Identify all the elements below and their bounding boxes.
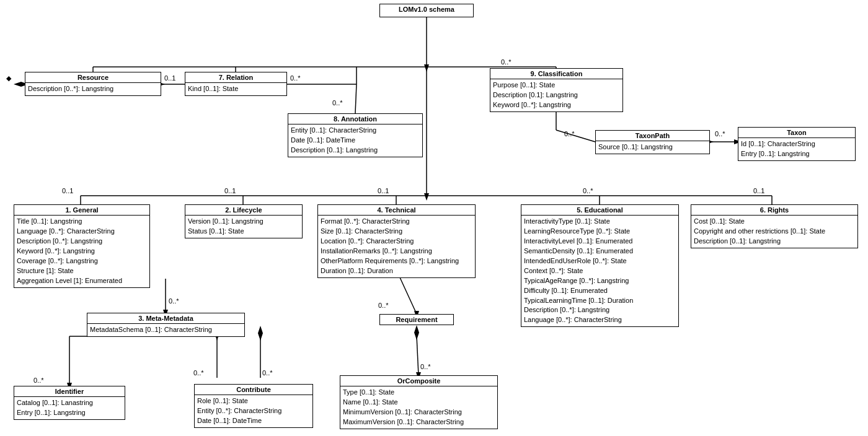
resource-box: Resource Description [0..*]: Langstring (25, 72, 161, 96)
orcomposite-field-1: Name [0..1]: State (343, 398, 495, 408)
svg-text:0..1: 0..1 (62, 187, 73, 194)
general-title: 1. General (14, 205, 149, 216)
relation-title: 7. Relation (185, 72, 286, 83)
educational-field-6: TypicalAgeRange [0..*]: Langstring (524, 276, 676, 286)
svg-line-16 (355, 84, 356, 113)
svg-text:0..1: 0..1 (224, 187, 236, 194)
technical-box: 4. Technical Format [0..*]: CharacterStr… (317, 204, 476, 278)
educational-title: 5. Educational (521, 205, 678, 216)
lifecycle-field-0: Version [0..1]: Langstring (188, 217, 299, 227)
annotation-title: 8. Annotation (288, 114, 422, 124)
technical-field-2: Location [0..*]: CharacterString (321, 237, 472, 246)
general-body: Title [0..1]: Langstring Language [0..*]… (14, 216, 149, 287)
educational-field-3: SemanticDensity [0..1]: Enumerated (524, 246, 676, 256)
svg-text:0..*: 0..* (169, 297, 179, 305)
general-field-1: Language [0..*]: CharacterString (17, 227, 147, 237)
rights-field-2: Description [0..1]: Langstring (694, 237, 855, 246)
educational-body: InteractivityType [0..1]: State Learning… (521, 216, 678, 326)
classification-body: Purpose [0..1]: State Description [0.1]:… (490, 79, 622, 111)
metameta-body: MetadataSchema [0..1]: CharacterString (87, 324, 244, 336)
svg-marker-6 (424, 64, 429, 72)
taxonpath-field-0: Source [0..1]: Langstring (598, 142, 707, 152)
identifier-field-0: Catalog [0..1]: Lanastring (17, 398, 122, 408)
rights-field-1: Copyright and other restrictions [0..1]:… (694, 227, 855, 237)
educational-field-1: LearningResourceType [0..*]: State (524, 227, 676, 237)
annotation-body: Entity [0..1]: CharacterString Date [0..… (288, 124, 422, 157)
educational-field-4: IntendedEndUserRole [0..*]: State (524, 256, 676, 266)
rights-field-0: Cost [0..1]: State (694, 217, 855, 227)
rights-box: 6. Rights Cost [0..1]: State Copyright a… (691, 204, 858, 248)
svg-text:0..*: 0..* (564, 130, 575, 137)
general-field-2: Description [0..*]: Langstring (17, 237, 147, 246)
classification-field-1: Description [0.1]: Langstring (493, 90, 620, 100)
svg-line-43 (417, 336, 418, 375)
lifecycle-body: Version [0..1]: Langstring Status [0..1]… (185, 216, 302, 238)
svg-text:0..1: 0..1 (378, 187, 389, 194)
identifier-box: Identifier Catalog [0..1]: Lanastring En… (14, 386, 125, 420)
contribute-field-0: Role [0..1]: State (197, 396, 310, 406)
root-box: LOMv1.0 schema (379, 4, 474, 17)
svg-text:0..*: 0..* (193, 369, 204, 377)
educational-field-0: InteractivityType [0..1]: State (524, 217, 676, 227)
svg-text:◆: ◆ (6, 74, 12, 82)
taxon-field-0: Id [0..1]: CharacterString (741, 139, 852, 149)
svg-text:0..1: 0..1 (753, 187, 764, 194)
educational-field-5: Context [0..*]: State (524, 266, 676, 276)
identifier-body: Catalog [0..1]: Lanastring Entry [0..1]:… (14, 397, 125, 419)
educational-field-8: TypicalLearningTime [0..1]: Duration (524, 296, 676, 306)
classification-field-2: Keyword [0..*]: Langstring (493, 100, 620, 110)
taxonpath-body: Source [0..1]: Langstring (596, 141, 709, 154)
general-field-6: Aggregation Level [1]: Enumerated (17, 276, 147, 286)
annotation-field-1: Date [0..1]: DateTime (291, 136, 420, 146)
svg-text:0..1: 0..1 (164, 74, 175, 82)
svg-marker-45 (414, 325, 419, 340)
identifier-title: Identifier (14, 386, 125, 397)
annotation-field-2: Description [0..1]: Langstring (291, 146, 420, 155)
taxonpath-title: TaxonPath (596, 131, 709, 141)
educational-field-9: Description [0..*]: Langstring (524, 305, 676, 315)
svg-text:0..*: 0..* (420, 363, 431, 370)
taxonpath-box: TaxonPath Source [0..1]: Langstring (595, 130, 710, 154)
relation-body: Kind [0..1]: State (185, 83, 286, 95)
orcomposite-field-3: MaximumVersion [0..1]: CharacterString (343, 417, 495, 427)
svg-text:0..*: 0..* (715, 130, 725, 137)
orcomposite-body: Type [0..1]: State Name [0..1]: State Mi… (340, 386, 497, 429)
resource-body: Description [0..*]: Langstring (25, 83, 161, 95)
svg-text:0..*: 0..* (290, 74, 301, 82)
orcomposite-field-0: Type [0..1]: State (343, 388, 495, 398)
technical-field-5: Duration [0..1]: Duration (321, 266, 472, 276)
annotation-field-0: Entity [0..1]: CharacterString (291, 126, 420, 136)
contribute-box: Contribute Role [0..1]: State Entity [0.… (194, 384, 313, 428)
orcomposite-box: OrComposite Type [0..1]: State Name [0..… (340, 375, 498, 429)
general-field-0: Title [0..1]: Langstring (17, 217, 147, 227)
technical-body: Format [0..*]: CharacterString Size [0..… (318, 216, 475, 277)
contribute-body: Role [0..1]: State Entity [0..*]: Charac… (195, 395, 312, 427)
taxon-box: Taxon Id [0..1]: CharacterString Entry [… (738, 127, 856, 161)
rights-body: Cost [0..1]: State Copyright and other r… (691, 216, 857, 248)
contribute-title: Contribute (195, 385, 312, 395)
technical-field-4: OtherPlatform Requirements [0..*]: Langs… (321, 256, 472, 266)
contribute-field-2: Date [0..1]: DateTime (197, 416, 310, 426)
lifecycle-title: 2. Lifecycle (185, 205, 302, 216)
classification-field-0: Purpose [0..1]: State (493, 81, 620, 90)
technical-title: 4. Technical (318, 205, 475, 216)
technical-field-3: InstallationRemarks [0..*]: Langstring (321, 246, 472, 256)
general-box: 1. General Title [0..1]: Langstring Lang… (14, 204, 150, 288)
lifecycle-field-1: Status [0..1]: State (188, 227, 299, 237)
annotation-box: 8. Annotation Entity [0..1]: CharacterSt… (288, 113, 423, 157)
metameta-box: 3. Meta-Metadata MetadataSchema [0..1]: … (87, 313, 245, 337)
classification-title: 9. Classification (490, 69, 622, 79)
requirement-title: Requirement (380, 315, 453, 325)
contribute-field-1: Entity [0..*]: CharacterString (197, 406, 310, 416)
requirement-box: Requirement (379, 314, 454, 325)
taxon-body: Id [0..1]: CharacterString Entry [0..1]:… (738, 138, 855, 160)
rights-title: 6. Rights (691, 205, 857, 216)
svg-line-18 (556, 130, 595, 142)
relation-box: 7. Relation Kind [0..1]: State (185, 72, 287, 96)
identifier-field-1: Entry [0..1]: Langstring (17, 408, 122, 418)
orcomposite-field-2: MinimumVersion [0..1]: CharacterString (343, 408, 495, 417)
diagram-container: 0..1 0..* 0..* 0..* 0..* 0..* 0..1 0..1 … (0, 0, 868, 436)
classification-box: 9. Classification Purpose [0..1]: State … (490, 68, 623, 112)
general-field-5: Structure [1]: State (17, 266, 147, 276)
svg-marker-39 (258, 326, 263, 341)
